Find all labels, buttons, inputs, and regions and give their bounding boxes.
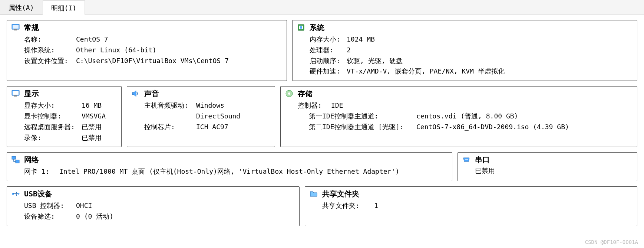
rec-label: 录像: bbox=[24, 133, 82, 143]
panel-general: 常规 名称:CentOS 7 操作系统:Other Linux (64-bit)… bbox=[7, 20, 287, 81]
rec-value: 已禁用 bbox=[82, 133, 102, 143]
disk-icon bbox=[285, 89, 293, 98]
rdp-value: 已禁用 bbox=[82, 122, 102, 133]
path-value: C:\Users\DF10F\VirtualBox VMs\CentOS 7 bbox=[76, 56, 229, 66]
svg-point-15 bbox=[465, 159, 466, 160]
svg-rect-8 bbox=[14, 95, 17, 97]
tab-attributes[interactable]: 属性(A) bbox=[0, 0, 43, 14]
panel-system: 系统 内存大小:1024 MB 处理器:2 启动顺序:软驱, 光驱, 硬盘 硬件… bbox=[292, 20, 637, 81]
system-title: 系统 bbox=[310, 23, 633, 33]
svg-rect-5 bbox=[300, 26, 302, 29]
name-label: 名称: bbox=[24, 34, 76, 45]
watermark: CSDN @DF10F-0001A bbox=[585, 239, 638, 245]
panel-display: 显示 显存大小:16 MB 显卡控制器:VMSVGA 远程桌面服务器:已禁用 录… bbox=[7, 86, 122, 147]
panel-usb: USB设备 USB 控制器:OHCI 设备筛选:0 (0 活动) bbox=[7, 186, 300, 226]
serial-port-icon bbox=[462, 156, 470, 164]
os-value: Other Linux (64-bit) bbox=[76, 45, 156, 56]
accel-value: VT-x/AMD-V, 嵌套分页, PAE/NX, KVM 半虚拟化 bbox=[347, 66, 505, 77]
usb-ctrl-label: USB 控制器: bbox=[24, 200, 76, 211]
svg-marker-9 bbox=[132, 91, 136, 97]
usb-filter-value: 0 (0 活动) bbox=[76, 211, 113, 222]
accel-label: 硬件加速: bbox=[310, 66, 347, 77]
audio-driver-value: Windows DirectSound bbox=[196, 100, 271, 122]
usb-filter-label: 设备筛选: bbox=[24, 211, 76, 222]
general-title: 常规 bbox=[24, 23, 283, 33]
gpu-value: VMSVGA bbox=[82, 111, 106, 122]
usb-title: USB设备 bbox=[24, 189, 295, 199]
gpu-label: 显卡控制器: bbox=[24, 111, 82, 122]
storage-ch1-value: centos.vdi (普通, 8.00 GB) bbox=[416, 111, 518, 122]
shared-value: 1 bbox=[374, 200, 378, 211]
storage-ctrl-value: IDE bbox=[331, 100, 343, 111]
svg-point-17 bbox=[467, 159, 468, 160]
vram-label: 显存大小: bbox=[24, 100, 82, 111]
boot-value: 软驱, 光驱, 硬盘 bbox=[347, 56, 403, 66]
panel-storage: 存储 控制器:IDE 第一IDE控制器主通道:centos.vdi (普通, 8… bbox=[280, 86, 637, 147]
network-title: 网络 bbox=[24, 155, 448, 165]
svg-rect-13 bbox=[16, 160, 19, 163]
panel-shared: 共享文件夹 共享文件夹:1 bbox=[305, 186, 637, 226]
display-title: 显示 bbox=[24, 89, 118, 99]
mem-value: 1024 MB bbox=[347, 34, 375, 45]
monitor-icon bbox=[11, 23, 20, 32]
name-value: CentOS 7 bbox=[76, 34, 108, 45]
cpu-value: 2 bbox=[347, 45, 351, 56]
svg-rect-12 bbox=[12, 156, 16, 159]
rdp-label: 远程桌面服务器: bbox=[24, 122, 82, 133]
svg-rect-2 bbox=[14, 29, 17, 30]
usb-icon bbox=[11, 190, 20, 198]
panel-audio: 声音 主机音频驱动:Windows DirectSound 控制芯片:ICH A… bbox=[127, 86, 275, 147]
cpu-label: 处理器: bbox=[310, 45, 347, 56]
panel-network: 网络 网卡 1:Intel PRO/1000 MT 桌面 (仅主机(Host-O… bbox=[7, 152, 452, 181]
storage-ch2-label: 第二IDE控制器主通道 [光驱]: bbox=[309, 122, 416, 133]
serial-title: 串口 bbox=[475, 155, 633, 165]
shared-label: 共享文件夹: bbox=[322, 200, 374, 211]
details-content: 常规 名称:CentOS 7 操作系统:Other Linux (64-bit)… bbox=[0, 15, 644, 236]
audio-title: 声音 bbox=[144, 89, 271, 99]
nic-value: Intel PRO/1000 MT 桌面 (仅主机(Host-Only)网络, … bbox=[59, 166, 399, 177]
svg-point-16 bbox=[466, 159, 467, 160]
mem-label: 内存大小: bbox=[310, 34, 347, 45]
audio-chip-label: 控制芯片: bbox=[144, 122, 196, 133]
storage-ch2-value: CentOS-7-x86_64-DVD-2009.iso (4.39 GB) bbox=[416, 122, 569, 133]
svg-marker-19 bbox=[18, 193, 20, 195]
vram-value: 16 MB bbox=[82, 100, 102, 111]
storage-ch1-label: 第一IDE控制器主通道: bbox=[309, 111, 416, 122]
usb-ctrl-value: OHCI bbox=[76, 200, 92, 211]
nic-label: 网卡 1: bbox=[24, 166, 59, 177]
boot-label: 启动顺序: bbox=[310, 56, 347, 66]
speaker-icon bbox=[132, 89, 140, 98]
svg-point-11 bbox=[288, 92, 290, 95]
tab-bar: 属性(A) 明细(I) bbox=[0, 0, 644, 15]
audio-driver-label: 主机音频驱动: bbox=[144, 100, 196, 122]
panel-serial: 串口 已禁用 bbox=[458, 152, 637, 181]
storage-ctrl-label: 控制器: bbox=[298, 100, 331, 111]
serial-status: 已禁用 bbox=[475, 166, 633, 175]
os-label: 操作系统: bbox=[24, 45, 76, 56]
svg-rect-1 bbox=[13, 25, 19, 29]
tab-details[interactable]: 明细(I) bbox=[43, 0, 85, 15]
display-icon bbox=[11, 89, 20, 98]
audio-chip-value: ICH AC97 bbox=[196, 122, 228, 133]
path-label: 设置文件位置: bbox=[24, 56, 76, 66]
storage-title: 存储 bbox=[298, 89, 633, 99]
shared-title: 共享文件夹 bbox=[322, 189, 633, 199]
chip-icon bbox=[297, 23, 305, 32]
network-icon bbox=[11, 156, 20, 164]
svg-rect-7 bbox=[13, 91, 19, 95]
folder-icon bbox=[310, 190, 318, 198]
